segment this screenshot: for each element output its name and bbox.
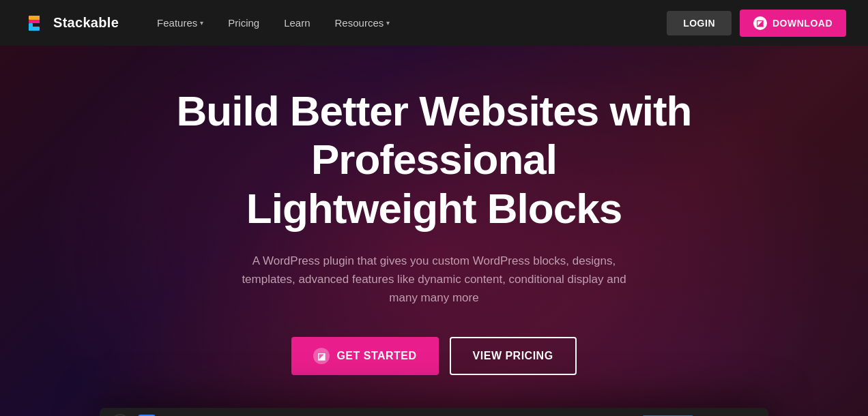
nav-item-pricing[interactable]: Pricing [217, 12, 270, 34]
chevron-down-icon-2: ▾ [386, 19, 390, 27]
get-started-button[interactable]: ◪ GET STARTED [291, 337, 438, 375]
nav-item-features[interactable]: Features ▾ [146, 12, 214, 34]
nav-links: Features ▾ Pricing Learn Resources ▾ [146, 12, 667, 34]
svg-rect-3 [29, 20, 40, 23]
view-pricing-button[interactable]: VIEW PRICING [450, 337, 577, 375]
brand-name: Stackable [53, 15, 119, 31]
editor-preview: ◪ + ✏ ↩ ↪ ☰ S̶ ⬡ Design Library Save dra… [100, 408, 768, 416]
wordpress-icon-cta: ◪ [313, 348, 330, 364]
editor-topbar: ◪ + ✏ ↩ ↪ ☰ S̶ ⬡ Design Library Save dra… [100, 408, 768, 416]
brand-logo-link[interactable]: Stackable [22, 11, 119, 35]
hero-title: Build Better Websites with Professional … [93, 87, 775, 233]
nav-actions: LOGIN ◪ DOWNLOAD [667, 10, 846, 37]
svg-rect-5 [29, 27, 40, 31]
hero-buttons: ◪ GET STARTED VIEW PRICING [93, 337, 775, 375]
hero-section: Build Better Websites with Professional … [0, 46, 868, 416]
nav-item-resources[interactable]: Resources ▾ [324, 12, 401, 34]
hero-content: Build Better Websites with Professional … [93, 87, 775, 408]
download-button[interactable]: ◪ DOWNLOAD [740, 10, 846, 37]
stackable-logo [22, 11, 46, 35]
wordpress-icon: ◪ [753, 16, 767, 30]
hero-subtitle: A WordPress plugin that gives you custom… [236, 252, 632, 308]
nav-item-learn[interactable]: Learn [273, 12, 321, 34]
chevron-down-icon: ▾ [200, 19, 203, 27]
login-button[interactable]: LOGIN [667, 11, 732, 35]
navbar: Stackable Features ▾ Pricing Learn Resou… [0, 0, 868, 46]
